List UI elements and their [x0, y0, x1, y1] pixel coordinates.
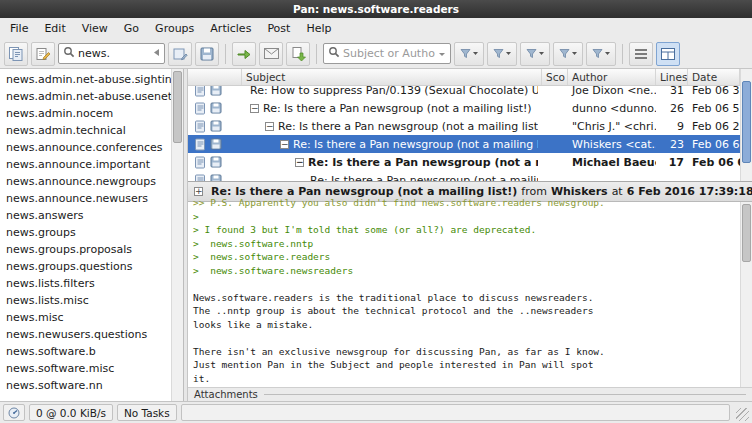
scrollbar-thumb[interactable] [742, 204, 751, 262]
row-subject: −Re: Is there a Pan newsgroup (not a mai… [242, 102, 542, 115]
thread-indent [246, 180, 310, 181]
thread-indent [246, 162, 295, 163]
menu-groups[interactable]: Groups [147, 18, 202, 39]
menu-post[interactable]: Post [259, 18, 298, 39]
collapse-thread-icon[interactable]: − [280, 140, 289, 149]
body-pane-scrollbar[interactable] [740, 202, 752, 387]
body-line: > news.software.nntp [193, 237, 740, 251]
column-subject[interactable]: Subject [242, 69, 542, 85]
collapse-thread-icon[interactable]: − [265, 122, 274, 131]
header-row[interactable]: −Re: Is there a Pan newsgroup (not a mai… [188, 99, 740, 117]
filter-unread-button[interactable] [487, 42, 517, 66]
body-line: The ..nntp group is about the technical … [193, 304, 740, 318]
article-icon [194, 86, 206, 97]
group-search-input[interactable] [78, 47, 150, 60]
reply-icon [172, 46, 188, 62]
filter-scores-button[interactable] [454, 42, 484, 66]
menu-file[interactable]: File [2, 18, 36, 39]
header-row[interactable]: −Re: Is there a Pan newsgroup (not a mai… [188, 135, 740, 153]
group-item[interactable]: news.misc [0, 309, 171, 326]
row-author: dunno <dunno... [568, 102, 656, 115]
header-row[interactable]: Re: How to suppress Pan/0.139 (Sexual Ch… [188, 86, 740, 99]
body-line: > [193, 210, 740, 224]
get-new-headers-button[interactable] [4, 42, 28, 66]
scrollbar-thumb[interactable] [742, 81, 751, 163]
filter-cached-button[interactable] [520, 42, 550, 66]
column-sco[interactable]: Sco [542, 69, 568, 85]
open-mail-button[interactable] [259, 42, 283, 66]
header-row[interactable]: −Re: Is there a Pan newsgroup (not a mai… [188, 117, 740, 135]
group-item[interactable]: news.groups.proposals [0, 241, 171, 258]
save-article-button[interactable] [195, 42, 219, 66]
group-item[interactable]: news.admin.technical [0, 122, 171, 139]
column-date[interactable]: Date [688, 69, 740, 85]
group-item[interactable]: news.groups.questions [0, 258, 171, 275]
collapse-arrow-icon[interactable] [153, 47, 160, 60]
header-search-entry[interactable] [323, 43, 451, 64]
header-row[interactable]: −Re: Is there a Pan newsgroup (not a mai… [188, 153, 740, 171]
menu-view[interactable]: View [74, 18, 116, 39]
group-item[interactable]: news.admin.net-abuse.sightings [0, 71, 171, 88]
toolbar-separator [622, 44, 623, 64]
filter-attachments-button[interactable] [553, 42, 583, 66]
forward-article-button[interactable] [232, 42, 256, 66]
group-item[interactable]: news.software.nn [0, 377, 171, 394]
group-item[interactable]: news.lists.filters [0, 275, 171, 292]
row-lines: 26 [656, 102, 688, 115]
post-article-button[interactable] [31, 42, 55, 66]
group-item[interactable]: news.announce.newusers [0, 190, 171, 207]
funnel-icon [493, 48, 504, 59]
group-item[interactable]: news.announce.newgroups [0, 173, 171, 190]
group-item[interactable]: news.newusers.questions [0, 326, 171, 343]
header-pane-scrollbar[interactable] [740, 69, 752, 181]
group-item[interactable]: news.software.b [0, 343, 171, 360]
body-pane: >> P.S. Apparently you also didn't find … [188, 202, 752, 387]
pan-window: Pan: news.software.readers FileEditViewG… [0, 0, 752, 423]
view-list-layout-button[interactable] [629, 42, 653, 66]
column-lines[interactable]: Lines [656, 69, 688, 85]
body-line [193, 277, 740, 291]
group-item[interactable]: news.lists.misc [0, 292, 171, 309]
group-item[interactable]: news.announce.conferences [0, 139, 171, 156]
header-row[interactable]: Re: Is there a Pan newsgroup (not a mail… [188, 171, 740, 181]
collapse-thread-icon[interactable]: − [295, 158, 304, 167]
group-pane-scrollbar[interactable] [171, 69, 183, 401]
group-list: news.admin.net-abuse.sightingsnews.admin… [0, 69, 171, 401]
menu-articles[interactable]: Articles [202, 18, 259, 39]
dropdown-caret-icon[interactable] [438, 47, 446, 60]
column-author[interactable]: Author [568, 69, 656, 85]
resize-grip[interactable] [736, 408, 749, 421]
row-state-icons [188, 156, 242, 169]
group-item[interactable]: news.admin.nocem [0, 105, 171, 122]
menu-edit[interactable]: Edit [36, 18, 73, 39]
article-area: SubjectScoAuthorLinesDate Re: How to sup… [188, 69, 752, 401]
row-subject: −Re: Is there a Pan newsgroup (not a mai… [242, 120, 542, 133]
task-manager-button[interactable]: No Tasks [117, 404, 177, 421]
group-item[interactable]: news.announce.important [0, 156, 171, 173]
scrollbar-thumb[interactable] [173, 71, 182, 143]
connection-status-cell[interactable] [3, 404, 25, 421]
reply-to-group-button[interactable] [168, 42, 192, 66]
subject-text: Re: Is there a Pan newsgroup (not a mail… [263, 102, 532, 115]
column-state[interactable] [188, 69, 242, 85]
menu-help[interactable]: Help [298, 18, 339, 39]
group-item[interactable]: news.groups [0, 224, 171, 241]
article-body: >> P.S. Apparently you also didn't find … [188, 196, 740, 387]
expand-headers-icon[interactable]: + [194, 187, 203, 196]
group-item[interactable]: news.admin.net-abuse.usenet [0, 88, 171, 105]
menu-go[interactable]: Go [116, 18, 147, 39]
titlebar[interactable]: Pan: news.software.readers [0, 0, 752, 18]
collapse-thread-icon[interactable]: − [250, 104, 259, 113]
group-item[interactable]: news.software.misc [0, 360, 171, 377]
view-paned-layout-button[interactable] [656, 42, 680, 66]
forward-arrow-icon [236, 46, 252, 62]
body-line: > news.software.newsreaders [193, 264, 740, 278]
header-rows: Re: How to suppress Pan/0.139 (Sexual Ch… [188, 86, 740, 181]
next-unread-button[interactable] [286, 42, 310, 66]
toolbar-separator [316, 44, 317, 64]
filter-watched-button[interactable] [586, 42, 616, 66]
group-item[interactable]: news.answers [0, 207, 171, 224]
row-subject: −Re: Is there a Pan newsgroup (not a mai… [242, 156, 542, 169]
group-search-entry[interactable] [58, 43, 165, 64]
header-search-input[interactable] [343, 47, 435, 60]
